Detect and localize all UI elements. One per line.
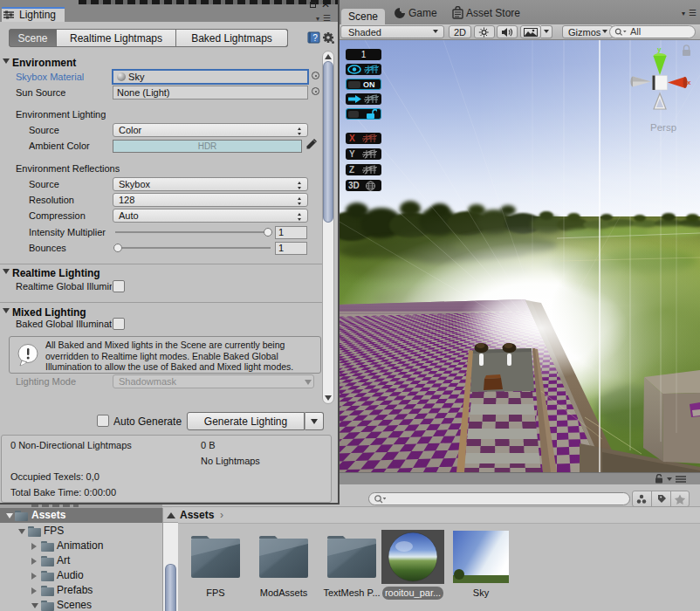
svg-text:ModAssets: ModAssets: [260, 587, 308, 598]
svg-text:Persp: Persp: [650, 122, 676, 133]
svg-text:Sky: Sky: [473, 587, 490, 598]
svg-text:y: y: [657, 45, 662, 53]
svg-text:x: x: [687, 79, 691, 86]
svg-text:TextMesh P...: TextMesh P...: [323, 587, 380, 598]
svg-text:FPS: FPS: [206, 587, 224, 598]
svg-text:?: ?: [312, 33, 318, 43]
svg-text:rooitou_par...: rooitou_par...: [385, 587, 441, 598]
